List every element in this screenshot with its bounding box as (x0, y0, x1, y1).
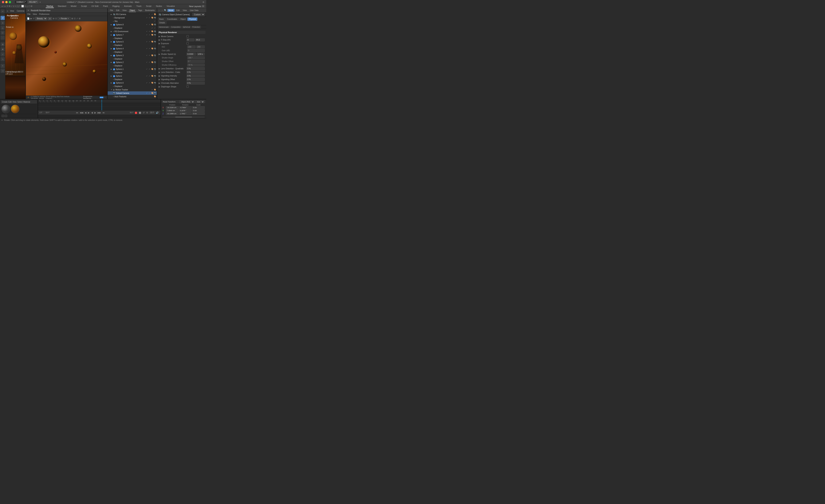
render-btn-main[interactable]: < Render > (58, 17, 71, 20)
vis-check-bg-2[interactable]: ✓ (148, 16, 151, 19)
vis-check-s8-2[interactable]: ✓ (148, 23, 151, 26)
render-menu-view[interactable]: View (33, 13, 37, 15)
vi-s1[interactable]: 🎨 (151, 68, 153, 70)
vis-check-d1-2[interactable]: ✓ (154, 27, 156, 29)
vi-sc-2[interactable]: 📷 (154, 92, 156, 94)
coord-x-scale[interactable] (192, 106, 205, 109)
material-preview-2[interactable] (11, 105, 19, 113)
vis-check-s8[interactable]: ✓ (146, 23, 148, 26)
tool-undo[interactable]: ↩ (1, 9, 5, 13)
coord-mode-select[interactable]: Object (Rel) (179, 100, 195, 103)
vis-icon-s8-2[interactable]: 📷 (154, 23, 156, 26)
vi-s2[interactable]: 🎨 (151, 61, 153, 63)
subtab-protection[interactable]: Protection (192, 26, 201, 28)
subtab-composition[interactable]: Composition (170, 26, 181, 28)
vis-check-s7-2[interactable]: ✓ (148, 34, 151, 36)
window-controls[interactable] (0, 1, 11, 3)
vc-s6-2[interactable]: ✓ (148, 82, 151, 84)
vc-s2[interactable]: ✓ (146, 61, 148, 63)
render-icon-2[interactable]: ▶ (30, 17, 32, 20)
vc-sp[interactable]: ✓ (146, 75, 148, 77)
render-menu-prefs[interactable]: Preferences (39, 13, 50, 15)
scrollbar-track[interactable] (162, 117, 205, 118)
tree-item-sphere8[interactable]: ▶ ⬤ Sphere.8 ✓ ✓ 🎨 📷 (108, 23, 157, 26)
tab-untitled[interactable]: Untitled 1 * (15, 1, 27, 3)
prop-shutter-eff-val[interactable] (187, 64, 205, 66)
props-tab-edit[interactable]: Edit (175, 9, 181, 12)
prop-shutter-angle-val[interactable] (187, 56, 205, 59)
scrollbar-thumb[interactable] (175, 117, 192, 118)
material-preview-1[interactable] (2, 105, 10, 113)
props-tab-mode[interactable]: Mode (167, 9, 174, 12)
vp-cameras[interactable]: Cameras (16, 9, 25, 12)
vis-check-bg-1[interactable]: ✓ (146, 16, 148, 19)
icon-rotate[interactable]: ⟳ (7, 5, 8, 7)
tree-item-motion-tracker[interactable]: ▼ ◉ Motion Tracker ✓ 🎨 (108, 88, 157, 91)
tool-select[interactable]: ⊞ (1, 42, 5, 47)
vc-sp-2[interactable]: ✓ (148, 75, 151, 77)
transport-go-start[interactable]: ⏮ (76, 111, 79, 115)
minimize-button[interactable] (5, 1, 8, 3)
nav-undo[interactable]: ↩ (2, 5, 3, 8)
tab-bookmarks[interactable]: Bookmarks (144, 9, 155, 12)
vis-check-s7[interactable]: ✓ (146, 34, 148, 36)
nav-rigging[interactable]: Rigging (112, 5, 120, 8)
main-viewport[interactable]: Rotate ⊕ Perspective Solved Camera View … (5, 14, 25, 76)
prop-icon-chromatic[interactable]: ▶ (159, 82, 160, 84)
render-icon-zoom[interactable]: ⤢ (76, 17, 78, 20)
tool-move[interactable]: ✥ (1, 47, 5, 51)
vi-s1-2[interactable]: 📷 (154, 68, 156, 70)
prop-fstop-val2[interactable] (195, 39, 205, 41)
nav-startup[interactable]: Startup (46, 5, 54, 8)
nav-visualize[interactable]: Visualize (166, 5, 176, 8)
vc-s3-2[interactable]: ✓ (148, 54, 151, 57)
vc-mt[interactable]: ✓ (151, 88, 153, 91)
prop-check-diaphragm[interactable] (186, 85, 189, 88)
nav-model[interactable]: Model (70, 5, 77, 8)
transport-record-alt[interactable]: ⬤ (138, 111, 142, 115)
coord-y-pos[interactable] (166, 109, 179, 112)
nav-script[interactable]: Script (145, 5, 152, 8)
vc-af[interactable]: 🎨 (154, 95, 156, 98)
icon-poly[interactable]: △ (26, 5, 28, 7)
tool-camera[interactable]: ⊙ (1, 21, 5, 25)
prop-icon-vign-off[interactable]: ▶ (159, 78, 160, 80)
icon-edge[interactable]: ⬡ (28, 5, 30, 7)
tree-item-displacer-7[interactable]: ▪ Displacer (108, 71, 157, 74)
vis-icon-s7[interactable]: 🎨 (151, 34, 153, 36)
prop-check-movie[interactable] (186, 35, 189, 38)
tree-item-background[interactable]: ▪ Background ✓ ✓ 🎨 📷 (108, 16, 157, 19)
prop-iso-val2[interactable] (196, 46, 205, 48)
vis-icon-rse[interactable]: 🎨 (151, 30, 153, 32)
vis-check-1[interactable]: ✓ (148, 13, 151, 15)
render-menu-file[interactable]: File (27, 13, 30, 15)
vi-s4-2[interactable]: 📷 (154, 48, 156, 50)
tool-poly[interactable]: △ (1, 26, 5, 30)
cam-tab-physical[interactable]: Physical (188, 17, 197, 21)
coord-x-rot[interactable] (179, 106, 192, 109)
vc-s2-2[interactable]: ✓ (148, 61, 151, 63)
vi-s6[interactable]: 🎨 (151, 82, 153, 84)
vc-s3[interactable]: ✓ (146, 54, 148, 57)
coord-y-rot[interactable] (179, 109, 192, 112)
prop-icon-fstop[interactable]: ▶ (159, 39, 160, 41)
nav-uvedit[interactable]: UV Edit (90, 5, 99, 8)
nav-redo[interactable]: ↪ (4, 5, 6, 8)
subtab-stereo[interactable]: Stereoscopic (158, 26, 170, 28)
tree-item-sphere3[interactable]: ▶ ⬤ Sphere.3 ✓ ✓ 🎨 📷 (108, 54, 157, 57)
transport-next-key[interactable]: ▶▶ (97, 111, 101, 115)
tool-paint[interactable]: ⊸ (1, 69, 5, 73)
vc-s4[interactable]: ✓ (146, 48, 148, 50)
tree-item-displacer-8[interactable]: ▪ Displacer (108, 78, 157, 81)
transport-audio[interactable]: 🔊 (155, 111, 159, 115)
vis-icon-s5[interactable]: 🎨 (151, 41, 153, 43)
timeline-scrollbar[interactable] (162, 116, 206, 118)
prop-lens-quad-val[interactable] (186, 67, 205, 70)
vi-sp[interactable]: 🎨 (151, 75, 153, 77)
tab-object[interactable]: Object (129, 9, 136, 12)
cam-tab-basic[interactable]: Basic (158, 17, 165, 21)
maximize-button[interactable] (9, 1, 11, 3)
prop-iso-val1[interactable] (187, 46, 196, 48)
render-dropdown-1[interactable]: ⊙ (48, 17, 52, 20)
coord-z-pos[interactable] (166, 112, 179, 115)
